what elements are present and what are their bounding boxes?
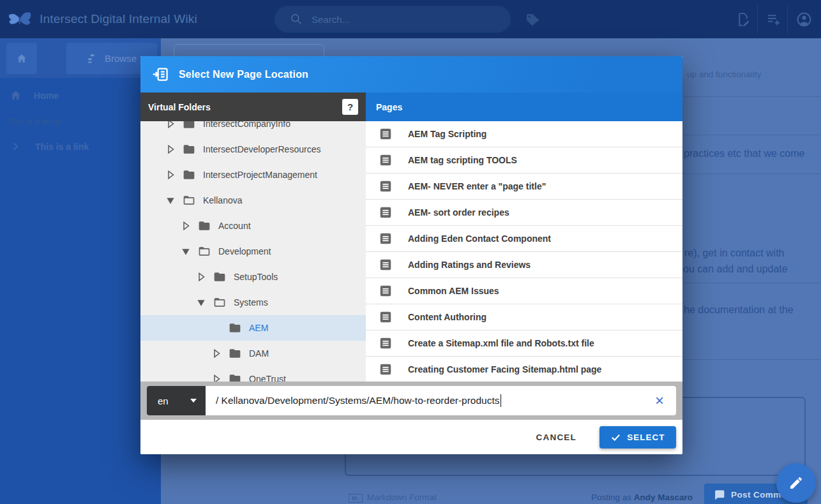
page-path-value: / Kellanova/Development/Systems/AEM/how-…	[216, 395, 500, 406]
folder-icon	[198, 219, 211, 232]
search-icon	[290, 13, 303, 26]
document-icon	[379, 205, 393, 219]
page-list-item[interactable]: AEM Tag Scripting	[366, 121, 682, 147]
tree-item[interactable]: DAM	[140, 341, 366, 366]
tree-item[interactable]: Systems	[140, 290, 366, 315]
pencil-icon	[788, 475, 804, 491]
divider	[683, 135, 821, 135]
clear-input-button[interactable]: ×	[651, 392, 668, 410]
divider	[683, 359, 821, 360]
expander-icon[interactable]	[165, 144, 176, 155]
document-icon	[379, 284, 393, 298]
search-bar[interactable]: Search...	[275, 6, 511, 33]
sidebar-home-label: Home	[34, 91, 59, 101]
background-text: up and functionality	[687, 70, 761, 79]
document-icon	[379, 153, 393, 167]
dialog-footer: CANCEL SELECT	[140, 420, 682, 454]
document-icon	[379, 310, 393, 324]
folder-icon	[213, 296, 226, 309]
cancel-button[interactable]: CANCEL	[530, 427, 583, 447]
page-list-item[interactable]: Common AEM Issues	[366, 278, 682, 304]
page-list-item[interactable]: Creating Customer Facing Sitemap.html pa…	[366, 357, 682, 382]
tree-item[interactable]: AEM	[140, 315, 366, 341]
folder-icon	[183, 143, 195, 156]
tree-item[interactable]: SetupTools	[140, 264, 366, 290]
expander-icon[interactable]	[180, 246, 192, 257]
sidebar-item-link[interactable]: This is a link	[10, 141, 89, 152]
expander-icon[interactable]	[165, 121, 176, 130]
language-dropdown[interactable]: en	[147, 386, 206, 415]
comment-bubble-icon	[713, 489, 725, 501]
tree-browse-icon	[87, 53, 98, 64]
page-list-item[interactable]: Adding Eden Contact Component	[366, 226, 682, 252]
folder-icon	[183, 168, 195, 181]
background-text: practices etc that we come	[684, 148, 804, 159]
chevron-down-icon	[190, 399, 197, 403]
page-path-input[interactable]: / Kellanova/Development/Systems/AEM/how-…	[206, 386, 676, 415]
tree-item[interactable]: Kellanova	[140, 188, 366, 213]
expander-icon[interactable]	[165, 169, 176, 181]
expander-icon[interactable]	[211, 373, 222, 382]
background-text: re), get in contact with	[684, 248, 785, 259]
page-list-item[interactable]: AEM- NEVER enter a "page title"	[366, 174, 682, 200]
help-button[interactable]: ?	[342, 99, 358, 115]
tree-item[interactable]: Account	[140, 213, 366, 239]
folder-icon	[229, 322, 241, 334]
page-list-item[interactable]: Create a Sitemap.xml file and Robots.txt…	[366, 330, 682, 357]
folder-icon	[183, 121, 195, 130]
app-title: Intersect Digital Internal Wiki	[40, 0, 197, 38]
folder-icon	[213, 271, 226, 283]
expander-icon[interactable]	[211, 348, 222, 359]
posting-as-label: Posting as Andy Mascaro	[543, 493, 693, 502]
page-list-item[interactable]: AEM tag scripting TOOLS	[366, 147, 682, 174]
tree-item[interactable]: IntersectCompanyInfo	[140, 121, 366, 137]
edit-document-icon[interactable]	[734, 11, 750, 27]
expander-icon[interactable]	[180, 220, 192, 232]
folder-icon	[229, 373, 241, 382]
expander-icon[interactable]	[165, 195, 176, 206]
tree-item[interactable]: Development	[140, 239, 366, 264]
select-label: SELECT	[627, 433, 665, 442]
document-icon	[379, 232, 393, 246]
sidebar-section-label: This is a thing	[8, 117, 59, 126]
tree-item[interactable]: OneTrust	[140, 366, 366, 382]
home-icon	[9, 89, 22, 102]
select-button[interactable]: SELECT	[599, 426, 676, 448]
document-icon	[379, 179, 393, 193]
sidebar-item-home[interactable]: Home	[9, 89, 59, 102]
markdown-format-label: Markdown Format	[367, 493, 437, 502]
home-button[interactable]	[6, 43, 37, 74]
divider	[683, 283, 821, 283]
tree-item[interactable]: IntersectProjectManagement	[140, 162, 366, 188]
app-header: Intersect Digital Internal Wiki Search..…	[0, 0, 821, 38]
folder-icon	[198, 245, 211, 258]
background-text: he documentation at the	[684, 304, 794, 316]
folder-icon	[183, 194, 195, 207]
page-list-item[interactable]: AEM- sort order recipes	[366, 200, 682, 226]
page-list-item[interactable]: Content Authoring	[366, 304, 682, 330]
tag-icon[interactable]	[525, 12, 539, 27]
account-icon[interactable]	[796, 11, 812, 27]
expander-icon[interactable]	[195, 271, 207, 283]
page-list-item[interactable]: Adding Ratings and Reviews	[366, 252, 682, 278]
home-icon	[15, 52, 28, 65]
folder-icon	[229, 347, 241, 360]
dialog-titlebar: Select New Page Location	[140, 56, 682, 93]
virtual-folders-header: Virtual Folders ?	[140, 93, 366, 121]
text-caret	[501, 394, 502, 407]
header-divider	[757, 4, 758, 34]
page-location-icon	[152, 66, 169, 83]
path-input-row: en / Kellanova/Development/Systems/AEM/h…	[140, 382, 682, 420]
edit-fab-button[interactable]	[776, 463, 816, 503]
tree-item[interactable]: IntersectDeveloperResources	[140, 137, 366, 162]
list-add-icon[interactable]	[765, 11, 781, 27]
pages-list: AEM Tag Scripting AEM tag scripting TOOL…	[366, 121, 682, 382]
screen: Intersect Digital Internal Wiki Search..…	[0, 0, 821, 504]
document-icon	[379, 362, 393, 376]
markdown-icon: M↓	[349, 494, 363, 503]
author-name: Andy Mascaro	[634, 493, 693, 502]
expander-icon[interactable]	[195, 297, 207, 308]
document-icon	[379, 258, 393, 272]
virtual-folders-label: Virtual Folders	[148, 102, 342, 112]
check-icon	[610, 432, 621, 443]
